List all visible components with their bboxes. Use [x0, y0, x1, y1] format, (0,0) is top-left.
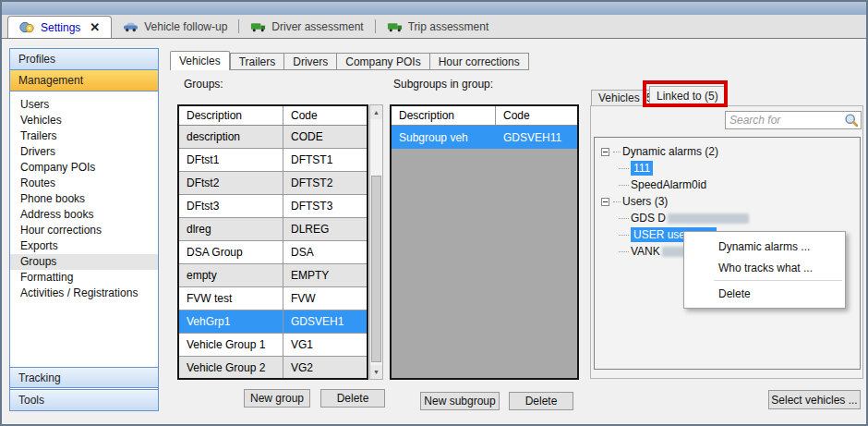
- collapse-icon[interactable]: [601, 198, 609, 206]
- sidebar-section-profiles[interactable]: Profiles: [10, 49, 158, 70]
- select-vehicles-button[interactable]: Select vehicles ...: [768, 390, 861, 409]
- cell-description: empty: [179, 264, 283, 286]
- groups-scrollbar[interactable]: ▲ ▼: [369, 104, 383, 380]
- column-header-code[interactable]: Code: [496, 109, 577, 122]
- tab-hour-corrections[interactable]: Hour corrections: [430, 53, 529, 70]
- cell-description: DFtst2: [179, 172, 283, 194]
- sidebar-item-activities-registrations[interactable]: Activities / Registrations: [10, 286, 158, 301]
- window-tab-bar: Settings ✕ Vehicle follow-up Driver asse…: [2, 15, 866, 39]
- sidebar-item-address-books[interactable]: Address books: [10, 207, 158, 223]
- tree-node-users[interactable]: Users (3): [595, 193, 860, 210]
- table-row[interactable]: Vehicle Group 1VG1: [179, 334, 367, 357]
- sidebar-spacer: [10, 301, 158, 367]
- sidebar: Profiles Management Users Vehicles Trail…: [9, 48, 159, 411]
- table-row[interactable]: DFtst3DFTST3: [179, 195, 367, 218]
- column-header-code[interactable]: Code: [283, 109, 367, 122]
- table-row[interactable]: DSA GroupDSA: [179, 241, 367, 264]
- table-row[interactable]: FVW testFVW: [179, 287, 367, 310]
- tab-company-pois[interactable]: Company POIs: [337, 53, 429, 70]
- menu-item-who-tracks-what[interactable]: Who tracks what ...: [684, 257, 845, 278]
- close-tab-icon[interactable]: ✕: [90, 20, 100, 34]
- tree-connector: [619, 251, 629, 252]
- sidebar-item-company-pois[interactable]: Company POIs: [10, 160, 158, 176]
- table-row[interactable]: DFtst1DFTST1: [179, 149, 367, 172]
- sidebar-item-hour-corrections[interactable]: Hour corrections: [10, 223, 158, 238]
- cell-code: DFTST2: [283, 172, 367, 194]
- menu-item-dynamic-alarms[interactable]: Dynamic alarms ...: [684, 236, 845, 257]
- column-header-description[interactable]: Description: [179, 106, 283, 125]
- scroll-down-icon[interactable]: ▼: [370, 365, 382, 379]
- search-input[interactable]: [726, 114, 844, 127]
- search-icon[interactable]: [844, 113, 859, 128]
- table-row-selected[interactable]: Subgroup veh GDSVEH11: [392, 126, 577, 149]
- new-group-button[interactable]: New group: [244, 389, 310, 408]
- cell-code: GDSVEH11: [496, 126, 577, 149]
- table-row[interactable]: dlregDLREG: [179, 218, 367, 241]
- tree-connector: [619, 168, 629, 169]
- scrollbar-thumb[interactable]: [371, 176, 381, 362]
- tree-node-111[interactable]: 111: [595, 160, 860, 176]
- tab-vehicles[interactable]: Vehicles: [170, 51, 230, 70]
- cell-code: VG2: [283, 357, 367, 379]
- trip-assessment-icon: [387, 21, 403, 33]
- cell-description: dlreg: [179, 218, 283, 240]
- sidebar-item-users[interactable]: Users: [10, 97, 158, 113]
- table-row[interactable]: emptyEMPTY: [179, 264, 367, 287]
- sidebar-item-exports[interactable]: Exports: [10, 238, 158, 254]
- sidebar-item-trailers[interactable]: Trailers: [10, 128, 158, 144]
- delete-subgroup-button[interactable]: Delete: [509, 392, 573, 410]
- tree-node-label: VANK: [631, 245, 660, 258]
- tree-node-speedalarm[interactable]: SpeedAlarm0id: [595, 176, 860, 193]
- tab-trailers[interactable]: Trailers: [230, 53, 285, 70]
- delete-group-button[interactable]: Delete: [320, 389, 385, 408]
- table-row[interactable]: DFtst2DFTST2: [179, 172, 367, 195]
- column-header-description[interactable]: Description: [392, 106, 496, 125]
- tree-node-label: 111: [631, 161, 653, 176]
- vehicle-icon: [123, 21, 139, 33]
- tree-connector: [619, 218, 629, 219]
- tab-vehicle-follow-up[interactable]: Vehicle follow-up: [112, 16, 238, 38]
- cell-description: VehGrp1: [179, 310, 283, 333]
- cell-code: DSA: [283, 241, 367, 263]
- sidebar-item-phone-books[interactable]: Phone books: [10, 191, 158, 207]
- tree-connector: [619, 185, 629, 186]
- cell-description: DSA Group: [179, 241, 283, 263]
- sidebar-item-drivers[interactable]: Drivers: [10, 144, 158, 160]
- cell-code: DFTST3: [283, 195, 367, 217]
- tree-node-dynamic-alarms[interactable]: Dynamic alarms (2): [595, 143, 860, 160]
- cell-description: DFtst1: [179, 149, 283, 171]
- scroll-up-icon[interactable]: ▲: [370, 105, 382, 119]
- collapse-icon[interactable]: [601, 148, 609, 156]
- tab-settings[interactable]: Settings ✕: [7, 16, 112, 38]
- sidebar-item-routes[interactable]: Routes: [10, 176, 158, 191]
- table-row[interactable]: descriptionCODE: [179, 126, 367, 149]
- sidebar-item-list: Users Vehicles Trailers Drivers Company …: [10, 91, 158, 301]
- tree-node-label: SpeedAlarm0id: [631, 178, 706, 191]
- cell-code: VG1: [283, 334, 367, 356]
- tree-connector: [619, 235, 629, 236]
- tab-driver-assessment[interactable]: Driver assessment: [239, 16, 374, 38]
- table-row-selected[interactable]: VehGrp1GDSVEH1: [179, 310, 367, 334]
- sidebar-section-management[interactable]: Management: [10, 70, 158, 91]
- sidebar-item-vehicles[interactable]: Vehicles: [10, 113, 158, 128]
- tree-node-user-gds[interactable]: GDS D: [595, 210, 860, 226]
- tab-driver-assessment-label: Driver assessment: [271, 20, 363, 33]
- sidebar-item-formatting[interactable]: Formatting: [10, 270, 158, 286]
- cell-code: GDSVEH1: [283, 310, 367, 333]
- new-subgroup-button[interactable]: New subgroup: [420, 392, 500, 410]
- subgroups-empty-area: [392, 149, 577, 378]
- tab-linked-to[interactable]: Linked to (5): [649, 86, 726, 105]
- groups-table-body: descriptionCODE DFtst1DFTST1 DFtst2DFTST…: [179, 126, 367, 380]
- tree-connector: [613, 201, 621, 202]
- menu-item-delete[interactable]: Delete: [684, 283, 845, 304]
- cell-description: Vehicle Group 2: [179, 357, 283, 379]
- tab-drivers[interactable]: Drivers: [284, 53, 337, 70]
- tree-node-label: Users (3): [622, 195, 668, 208]
- sidebar-section-tools[interactable]: Tools: [10, 389, 158, 410]
- table-row[interactable]: Vehicle Group 2VG2: [179, 357, 367, 380]
- subgroups-table: Description Code Subgroup veh GDSVEH11: [390, 104, 579, 380]
- sidebar-section-tracking[interactable]: Tracking: [10, 367, 158, 388]
- sidebar-item-groups[interactable]: Groups: [10, 254, 158, 270]
- cell-code: FVW: [283, 287, 367, 310]
- tab-trip-assessment[interactable]: Trip assessment: [376, 16, 500, 38]
